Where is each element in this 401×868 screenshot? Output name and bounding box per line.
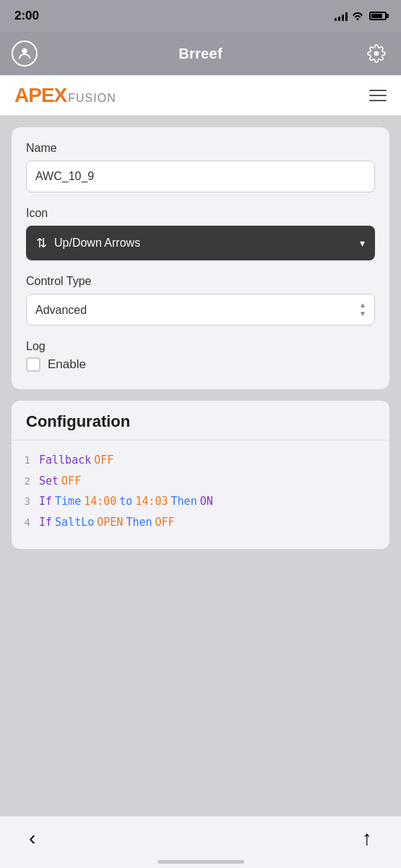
- line-number-1: 1: [20, 452, 30, 468]
- value-off-3: OFF: [155, 514, 175, 531]
- up-button[interactable]: ↑: [362, 827, 372, 850]
- icon-group: Icon ⇅ Up/Down Arrows ▾: [26, 207, 375, 260]
- config-title: Configuration: [26, 412, 130, 430]
- name-label: Name: [26, 142, 375, 155]
- icon-select-value: Up/Down Arrows: [54, 237, 140, 250]
- log-label: Log: [26, 340, 375, 353]
- control-type-label: Control Type: [26, 275, 375, 288]
- code-content-3: If Time 14:00 to 14:03 Then ON: [39, 493, 381, 510]
- line-number-3: 3: [20, 493, 30, 509]
- icon-label: Icon: [26, 207, 375, 220]
- line-number-2: 2: [20, 473, 30, 489]
- status-time: 2:00: [14, 9, 39, 23]
- icon-select[interactable]: ⇅ Up/Down Arrows ▾: [26, 226, 375, 260]
- value-open: OPEN: [97, 514, 123, 531]
- dropdown-icon: ▾: [360, 237, 365, 249]
- control-type-select[interactable]: Advanced Basic: [26, 294, 375, 326]
- code-line-4: 4 If SaltLo OPEN Then OFF: [20, 514, 381, 531]
- battery-icon: [369, 12, 387, 20]
- svg-point-0: [22, 48, 27, 54]
- value-time-end: 14:03: [135, 493, 168, 510]
- apex-logo: APEX FUSION: [14, 84, 116, 107]
- keyword-if-2: If: [39, 514, 52, 531]
- user-avatar[interactable]: [12, 41, 38, 67]
- configuration-card: Configuration 1 Fallback OFF 2 Set OFF: [12, 401, 389, 549]
- keyword-to: to: [119, 493, 132, 510]
- code-content-4: If SaltLo OPEN Then OFF: [39, 514, 381, 531]
- main-content: Name Icon ⇅ Up/Down Arrows ▾ Control Typ…: [0, 116, 401, 868]
- code-block: 1 Fallback OFF 2 Set OFF 3 If Time: [12, 441, 389, 549]
- header-title: Brreef: [178, 46, 223, 62]
- back-button[interactable]: ‹: [29, 827, 35, 850]
- name-group: Name: [26, 142, 375, 192]
- code-content-1: Fallback OFF: [39, 452, 381, 469]
- value-time-start: 14:00: [84, 493, 116, 510]
- code-content-2: Set OFF: [39, 473, 381, 490]
- app-header: Brreef: [0, 32, 401, 75]
- code-line-2: 2 Set OFF: [20, 473, 381, 490]
- form-card: Name Icon ⇅ Up/Down Arrows ▾ Control Typ…: [12, 127, 389, 389]
- line-number-4: 4: [20, 514, 30, 530]
- value-off-2: OFF: [61, 473, 81, 490]
- status-icons: [335, 10, 387, 22]
- settings-icon[interactable]: [363, 41, 389, 67]
- keyword-fallback: Fallback: [39, 452, 91, 469]
- icon-select-left: ⇅ Up/Down Arrows: [36, 235, 140, 251]
- name-input[interactable]: [26, 161, 375, 192]
- wifi-icon: [352, 10, 363, 22]
- control-type-group: Control Type Advanced Basic ▲ ▼: [26, 275, 375, 326]
- keyword-saltlo: SaltLo: [55, 514, 94, 531]
- code-line-1: 1 Fallback OFF: [20, 452, 381, 469]
- keyword-if-1: If: [39, 493, 52, 510]
- config-header: Configuration: [12, 401, 389, 441]
- status-bar: 2:00: [0, 0, 401, 32]
- log-group: Log Enable: [26, 340, 375, 372]
- navbar: APEX FUSION: [0, 75, 401, 116]
- updown-arrow-icon: ⇅: [36, 235, 47, 251]
- keyword-then-1: Then: [171, 493, 197, 510]
- keyword-then-2: Then: [126, 514, 152, 531]
- keyword-set: Set: [39, 473, 59, 490]
- hamburger-menu[interactable]: [369, 90, 387, 101]
- keyword-time: Time: [55, 493, 81, 510]
- control-select-wrapper: Advanced Basic ▲ ▼: [26, 294, 375, 326]
- signal-icon: [335, 11, 348, 21]
- fusion-brand: FUSION: [68, 92, 116, 105]
- log-enable-checkbox[interactable]: [26, 357, 40, 372]
- value-on: ON: [200, 493, 213, 510]
- value-off-1: OFF: [94, 452, 113, 469]
- log-enable-label: Enable: [48, 357, 86, 372]
- apex-brand: APEX: [14, 84, 66, 107]
- log-enable-row: Enable: [26, 357, 375, 372]
- home-indicator: [158, 860, 244, 864]
- code-line-3: 3 If Time 14:00 to 14:03 Then ON: [20, 493, 381, 510]
